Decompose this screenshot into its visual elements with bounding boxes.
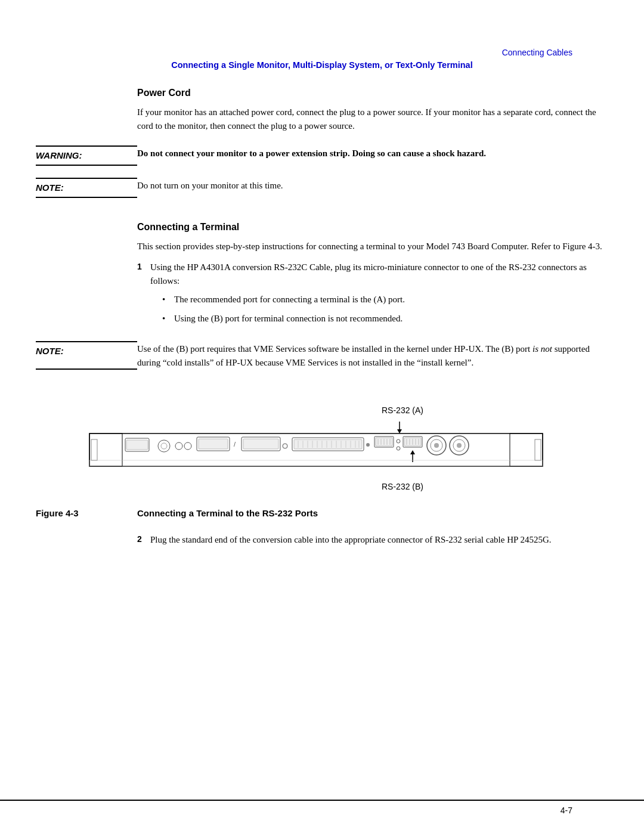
svg-rect-59 bbox=[535, 439, 541, 460]
bullet1-text: The recommended port for connecting a te… bbox=[174, 293, 405, 306]
breadcrumb: Connecting Cables bbox=[502, 48, 572, 57]
rs232a-label: RS-232 (A) bbox=[382, 405, 423, 415]
svg-point-54 bbox=[434, 443, 439, 448]
page-header: Connecting Cables bbox=[0, 48, 644, 58]
step1-num: 1 bbox=[137, 261, 150, 330]
bullet2-item: • Using the (B) port for terminal connec… bbox=[162, 312, 608, 326]
svg-rect-2 bbox=[89, 433, 543, 466]
connecting-terminal-heading: Connecting a Terminal bbox=[137, 222, 608, 233]
step2-list: 2 Plug the standard end of the conversio… bbox=[137, 533, 608, 547]
svg-point-41 bbox=[397, 439, 400, 443]
bullet-list: • The recommended port for connecting a … bbox=[162, 293, 608, 326]
note2-italic: is not bbox=[532, 344, 552, 354]
svg-marker-1 bbox=[397, 429, 402, 433]
power-cord-body: If your monitor has an attached power co… bbox=[137, 106, 608, 134]
figure-caption-row: Figure 4-3 Connecting a Terminal to the … bbox=[0, 502, 644, 524]
svg-rect-60 bbox=[89, 460, 543, 466]
subtitle: Connecting a Single Monitor, Multi-Displ… bbox=[0, 60, 644, 70]
step1-item: 1 Using the HP A4301A conversion RS-232C… bbox=[137, 261, 608, 330]
step2-num: 2 bbox=[137, 533, 150, 547]
warning-bold: Do not connect your monitor to a power e… bbox=[137, 148, 486, 158]
page-footer: 4-7 bbox=[0, 800, 644, 815]
page: Connecting Cables Connecting a Single Mo… bbox=[0, 0, 644, 833]
bullet2-dot: • bbox=[162, 312, 174, 326]
note1-left: NOTE: bbox=[36, 178, 137, 198]
svg-text:/: / bbox=[234, 441, 236, 448]
svg-point-42 bbox=[397, 447, 400, 450]
note1-text: Do not turn on your monitor at this time… bbox=[137, 178, 608, 198]
step2-area: 2 Plug the standard end of the conversio… bbox=[0, 533, 644, 553]
step2-text: Plug the standard end of the conversion … bbox=[150, 533, 608, 547]
board-diagram: / bbox=[83, 419, 561, 481]
bullet1-dot: • bbox=[162, 293, 174, 306]
note2-label: NOTE: bbox=[36, 346, 64, 356]
left-col-spacer2 bbox=[36, 222, 137, 336]
svg-rect-4 bbox=[91, 439, 97, 460]
connecting-terminal-section: Connecting a Terminal This section provi… bbox=[0, 222, 644, 336]
svg-rect-18 bbox=[294, 439, 362, 449]
svg-point-9 bbox=[175, 442, 182, 450]
svg-rect-6 bbox=[126, 440, 148, 450]
svg-marker-51 bbox=[410, 450, 415, 454]
svg-point-33 bbox=[366, 443, 370, 447]
left-col-spacer bbox=[36, 88, 137, 141]
step2-item: 2 Plug the standard end of the conversio… bbox=[137, 533, 608, 547]
svg-rect-58 bbox=[510, 433, 543, 466]
warning-left: WARNING: bbox=[36, 145, 137, 166]
bullet1-item: • The recommended port for connecting a … bbox=[162, 293, 608, 306]
bullet2-text: Using the (B) port for terminal connecti… bbox=[174, 312, 402, 326]
connecting-terminal-content: Connecting a Terminal This section provi… bbox=[137, 222, 608, 336]
page-number: 4-7 bbox=[561, 806, 572, 815]
warning-label: WARNING: bbox=[36, 150, 82, 160]
power-cord-section: Power Cord If your monitor has an attach… bbox=[0, 88, 644, 141]
rs232b-label: RS-232 (B) bbox=[382, 482, 423, 491]
note2-text: Use of the (B) port requires that VME Se… bbox=[137, 341, 608, 370]
board-svg: / bbox=[83, 419, 549, 478]
numbered-list: 1 Using the HP A4301A conversion RS-232C… bbox=[137, 261, 608, 330]
svg-point-10 bbox=[184, 442, 191, 450]
svg-rect-3 bbox=[89, 433, 122, 466]
figure-caption-text: Connecting a Terminal to the RS-232 Port… bbox=[137, 508, 608, 518]
svg-rect-12 bbox=[199, 439, 228, 449]
figure-area: RS-232 (A) bbox=[36, 405, 608, 496]
power-cord-content: Power Cord If your monitor has an attach… bbox=[137, 88, 608, 141]
svg-rect-15 bbox=[243, 439, 278, 449]
svg-point-16 bbox=[283, 444, 287, 448]
svg-point-57 bbox=[457, 443, 462, 448]
note2-row: NOTE: Use of the (B) port requires that … bbox=[0, 341, 644, 370]
note2-left: NOTE: bbox=[36, 341, 137, 370]
svg-point-7 bbox=[158, 440, 170, 452]
spacer2 bbox=[0, 382, 644, 388]
note1-row: NOTE: Do not turn on your monitor at thi… bbox=[0, 178, 644, 198]
power-cord-heading: Power Cord bbox=[137, 88, 608, 98]
figure-num: Figure 4-3 bbox=[36, 508, 137, 518]
warning-text: Do not connect your monitor to a power e… bbox=[137, 145, 608, 166]
connecting-terminal-intro: This section provides step-by-step instr… bbox=[137, 240, 608, 253]
warning-row: WARNING: Do not connect your monitor to … bbox=[0, 145, 644, 166]
note1-label: NOTE: bbox=[36, 182, 64, 193]
step2-left-spacer bbox=[36, 533, 137, 553]
step1-text: Using the HP A4301A conversion RS-232C C… bbox=[150, 261, 608, 330]
step2-content: 2 Plug the standard end of the conversio… bbox=[137, 533, 608, 553]
spacer1 bbox=[0, 210, 644, 222]
svg-point-8 bbox=[161, 443, 167, 449]
